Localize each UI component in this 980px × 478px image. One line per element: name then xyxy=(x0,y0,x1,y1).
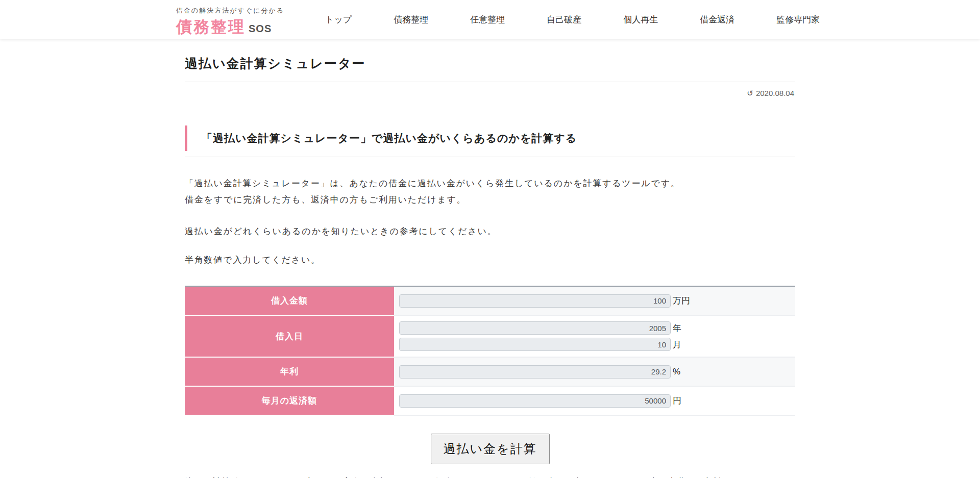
intro-line-2: 借金をすでに完済した方も、返済中の方もご利用いただけます。 xyxy=(185,195,467,205)
intro-paragraph: 「過払い金計算シミュレーター」は、あなたの借金に過払い金がいくら発生しているのか… xyxy=(185,175,795,208)
row-label: 毎月の返済額 xyxy=(185,387,394,416)
clipped-note: 注１）計算結果はあくまで目安です。実際の金額とは異なる場合がありますが、過払い金… xyxy=(185,476,795,478)
updated-date: 2020.08.04 xyxy=(756,89,794,97)
hint-paragraph: 過払い金がどれくらいあるのかを知りたいときの参考にしてください。 xyxy=(185,223,795,240)
field-input[interactable] xyxy=(399,294,671,308)
logo-brand-name: 債務整理 xyxy=(176,16,246,38)
field-unit: 円 xyxy=(673,395,681,407)
main-nav: トップ債務整理任意整理自己破産個人再生借金返済監修専門家 xyxy=(304,0,841,39)
main-content: 過払い金計算シミュレーター ↺2020.08.04 「過払い金計算シミュレーター… xyxy=(185,55,795,478)
table-row: 借入日年月 xyxy=(185,316,795,358)
nav-item-4[interactable]: 個人再生 xyxy=(602,14,679,26)
input-note-paragraph: 半角数値で入力してください。 xyxy=(185,252,795,268)
field-input[interactable] xyxy=(399,394,671,408)
table-row: 年利% xyxy=(185,358,795,387)
field-input[interactable] xyxy=(399,365,671,379)
section-heading-wrap: 「過払い金計算シミュレーター」で過払い金がいくらあるのかを計算する xyxy=(185,125,795,157)
field-unit: 年 xyxy=(673,322,681,334)
row-label: 借入金額 xyxy=(185,287,394,316)
table-row: 借入金額万円 xyxy=(185,287,795,316)
field-input[interactable] xyxy=(399,321,671,335)
row-fields: 円 xyxy=(394,387,795,416)
submit-row: 過払い金を計算 xyxy=(185,434,795,464)
nav-item-3[interactable]: 自己破産 xyxy=(526,14,602,26)
logo-brand-suffix: SOS xyxy=(249,23,272,35)
row-fields: 万円 xyxy=(394,287,795,316)
nav-item-6[interactable]: 監修専門家 xyxy=(755,14,841,26)
row-label: 借入日 xyxy=(185,316,394,358)
intro-line-1: 「過払い金計算シミュレーター」は、あなたの借金に過払い金がいくら発生しているのか… xyxy=(185,179,680,188)
calculate-button[interactable]: 過払い金を計算 xyxy=(431,434,550,464)
nav-item-2[interactable]: 任意整理 xyxy=(449,14,526,26)
field-unit: 月 xyxy=(673,339,681,350)
history-icon: ↺ xyxy=(747,89,753,97)
row-fields: % xyxy=(394,358,795,387)
nav-item-1[interactable]: 債務整理 xyxy=(373,14,449,26)
section-heading: 「過払い金計算シミュレーター」で過払い金がいくらあるのかを計算する xyxy=(185,125,795,151)
simulator-form-table: 借入金額万円借入日年月年利%毎月の返済額円 xyxy=(185,286,795,416)
field-unit: % xyxy=(673,367,680,377)
nav-item-5[interactable]: 借金返済 xyxy=(679,14,755,26)
site-header: 借金の解決方法がすぐに分かる 債務整理 SOS トップ債務整理任意整理自己破産個… xyxy=(0,0,980,39)
logo-tagline: 借金の解決方法がすぐに分かる xyxy=(176,6,284,15)
row-label: 年利 xyxy=(185,358,394,387)
field-unit: 万円 xyxy=(673,295,690,307)
site-logo[interactable]: 借金の解決方法がすぐに分かる 債務整理 SOS xyxy=(176,6,284,38)
page-title: 過払い金計算シミュレーター xyxy=(185,55,795,82)
field-input[interactable] xyxy=(399,338,671,351)
nav-item-0[interactable]: トップ xyxy=(304,14,373,26)
row-fields: 年月 xyxy=(394,316,795,358)
meta-row: ↺2020.08.04 xyxy=(185,82,795,98)
table-row: 毎月の返済額円 xyxy=(185,387,795,416)
